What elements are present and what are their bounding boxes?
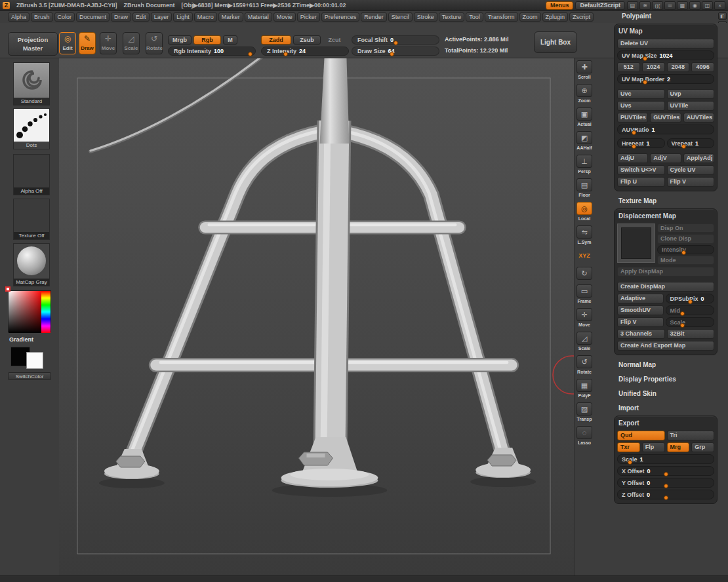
slider-handle[interactable] xyxy=(394,41,398,45)
adju-button[interactable]: AdjU xyxy=(617,153,648,163)
menu-item[interactable]: Stroke xyxy=(414,12,437,22)
menu-item[interactable]: Draw xyxy=(111,12,131,22)
unified-skin-header[interactable]: Unified Skin xyxy=(614,387,718,401)
menu-item[interactable]: Material xyxy=(245,12,272,22)
record-icon[interactable]: ◉ xyxy=(689,1,700,10)
cycle-uv-button[interactable]: Cycle UV xyxy=(667,165,715,175)
export-z-offset-slider[interactable]: Z Offset 0 xyxy=(617,490,714,499)
flip-u-button[interactable]: Flip U xyxy=(617,177,665,187)
texture-thumbnail[interactable]: Texture Off xyxy=(13,199,50,240)
export-x-offset-slider[interactable]: X Offset 0 xyxy=(617,466,714,476)
disp-flip-v-button[interactable]: Flip V xyxy=(617,317,664,327)
brush-thumbnail-standard[interactable]: Standard xyxy=(13,62,50,106)
stroke-thumbnail-dots[interactable]: Dots xyxy=(13,108,50,149)
slider-handle[interactable] xyxy=(664,495,668,500)
export-grp-button[interactable]: Grp xyxy=(691,442,714,452)
adjv-button[interactable]: AdjV xyxy=(650,153,681,163)
slider-handle[interactable] xyxy=(688,300,693,304)
draw-size-slider[interactable]: Draw Size 64 xyxy=(352,47,439,56)
displacement-thumbnail[interactable] xyxy=(617,223,655,263)
zsub-button[interactable]: Zsub xyxy=(293,35,321,45)
aahalf-button[interactable]: ◩ AAHalf xyxy=(575,131,594,151)
uv-size-4096-button[interactable]: 4096 xyxy=(691,62,714,72)
lsym-button[interactable]: ⇋ L.Sym xyxy=(575,225,594,245)
menu-item[interactable]: Preferences xyxy=(321,12,360,22)
menu-item[interactable]: Texture xyxy=(439,12,465,22)
delete-uv-button[interactable]: Delete UV xyxy=(617,39,714,48)
uvtile-button[interactable]: UVTile xyxy=(667,101,715,111)
floor-button[interactable]: ▤ Floor xyxy=(575,178,594,198)
menu-item[interactable]: Stencil xyxy=(388,12,413,22)
clone-disp-button[interactable]: Clone Disp xyxy=(657,234,714,243)
menu-item[interactable]: Alpha xyxy=(8,12,30,22)
puvtiles-button[interactable]: PUVTiles xyxy=(617,113,648,123)
auvtiles-button[interactable]: AUVTiles xyxy=(683,113,714,123)
spin-icon[interactable]: ↻ xyxy=(575,267,594,281)
secondary-color-swatch[interactable] xyxy=(26,352,43,369)
export-tri-button[interactable]: Tri xyxy=(667,431,715,440)
menu-item[interactable]: Zplugin xyxy=(542,12,569,22)
actual-size-button[interactable]: ▣ Actual xyxy=(575,107,594,127)
apply-dispmap-button[interactable]: Apply DispMap xyxy=(617,267,714,277)
document-grid-icon[interactable]: ▤ xyxy=(627,1,638,10)
xyz-constraint-button[interactable]: XYZ xyxy=(575,249,594,263)
import-header[interactable]: Import xyxy=(614,401,718,416)
uv-map-border-slider[interactable]: UV Map Border 2 xyxy=(617,74,714,84)
menu-item[interactable]: Brush xyxy=(31,12,53,22)
flip-v-button[interactable]: Flip V xyxy=(667,177,715,187)
scroll-tool[interactable]: ✚ Scroll xyxy=(575,60,594,80)
slider-handle[interactable] xyxy=(664,472,668,476)
document-canvas[interactable] xyxy=(59,58,575,575)
uv-size-2048-button[interactable]: 2048 xyxy=(667,62,690,72)
hue-strip[interactable] xyxy=(41,291,51,333)
applyadj-button[interactable]: ApplyAdj xyxy=(683,153,714,163)
menu-item[interactable]: Color xyxy=(54,12,75,22)
export-scale-slider[interactable]: Scale 1 xyxy=(617,454,714,464)
projection-master-button[interactable]: Projection Master xyxy=(8,32,58,56)
uvp-button[interactable]: Uvp xyxy=(667,89,715,99)
menu-item[interactable]: Zscript xyxy=(569,12,594,22)
create-and-export-map-button[interactable]: Create And Export Map xyxy=(617,341,714,351)
export-mrg-button[interactable]: Mrg xyxy=(667,442,690,452)
uv-map-title[interactable]: UV Map xyxy=(617,26,714,37)
menu-item[interactable]: Edit xyxy=(132,12,150,22)
default-zscript-button[interactable]: DefaultZScript xyxy=(575,1,625,10)
disp-mode-button[interactable]: Mode xyxy=(657,256,714,265)
disp-scale-slider[interactable]: Scale xyxy=(666,317,715,327)
dpsubpix-slider[interactable]: DPSubPix 0 xyxy=(666,294,715,303)
uvc-button[interactable]: Uvc xyxy=(617,89,665,99)
slider-handle[interactable] xyxy=(632,130,636,135)
slider-handle[interactable] xyxy=(632,144,636,149)
slider-handle[interactable] xyxy=(680,311,685,316)
close-icon[interactable]: × xyxy=(714,1,725,10)
slider-handle[interactable] xyxy=(248,52,253,56)
transparency-button[interactable]: ▨ Transp xyxy=(575,402,594,422)
material-thumbnail[interactable]: MatCap Gray xyxy=(13,243,50,286)
menu-item[interactable]: Picker xyxy=(297,12,320,22)
disp-on-button[interactable]: Disp On xyxy=(657,223,714,233)
texture-map-header[interactable]: Texture Map xyxy=(614,194,718,208)
persp-button[interactable]: ⊥ Persp xyxy=(575,155,594,174)
export-title[interactable]: Export xyxy=(617,418,714,429)
move-button[interactable]: ✛ Move xyxy=(100,32,117,54)
color-picker[interactable] xyxy=(8,290,51,332)
adaptive-button[interactable]: Adaptive xyxy=(617,294,664,303)
m-button[interactable]: M xyxy=(223,35,237,45)
zadd-button[interactable]: Zadd xyxy=(261,35,291,45)
displacement-map-title[interactable]: Displacement Map xyxy=(617,211,714,222)
move-gyro-button[interactable]: ✛ Move xyxy=(575,308,594,328)
local-button[interactable]: ◎ Local xyxy=(575,202,594,222)
switch-color-button[interactable]: SwitchColor xyxy=(8,372,51,380)
menu-item[interactable]: Render xyxy=(361,12,387,22)
alpha-thumbnail[interactable]: Alpha Off xyxy=(13,154,50,195)
slider-handle[interactable] xyxy=(681,144,686,149)
slider-handle[interactable] xyxy=(390,52,394,56)
create-dispmap-button[interactable]: Create DispMap xyxy=(617,282,714,292)
channels-button[interactable]: 3 Channels xyxy=(617,329,665,339)
export-qud-button[interactable]: Qud xyxy=(617,431,665,440)
rotate-button[interactable]: ↺ Rotate xyxy=(146,32,163,54)
mid-slider[interactable]: Mid xyxy=(666,305,715,315)
export-flp-button[interactable]: Flp xyxy=(642,442,665,452)
panel-handle-icon[interactable]: ◧ xyxy=(718,12,727,20)
disp-intensity-slider[interactable]: Intensity xyxy=(657,245,714,254)
